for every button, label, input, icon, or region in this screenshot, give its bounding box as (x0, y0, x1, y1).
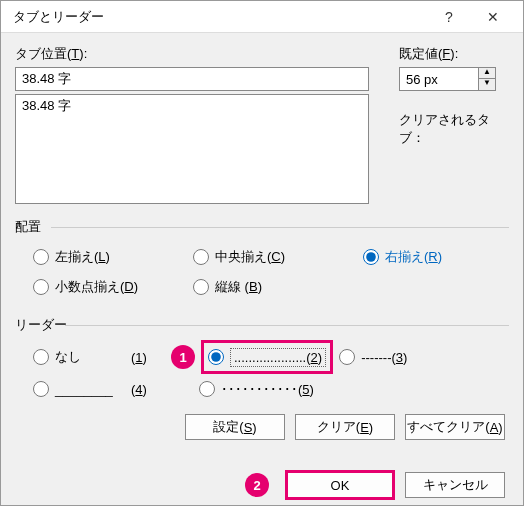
alignment-group-label: 配置 (15, 218, 509, 236)
default-spinner[interactable]: ▲▼ (479, 67, 496, 91)
leader-group-label: リーダー (15, 316, 509, 334)
set-button[interactable]: 設定(S) (185, 414, 285, 440)
default-input[interactable] (399, 67, 479, 91)
tab-position-input[interactable] (15, 67, 369, 91)
clear-button[interactable]: クリア(E) (295, 414, 395, 440)
leader-dots-label[interactable]: ....................(2) (230, 348, 326, 367)
leader-dots-radio[interactable] (208, 349, 224, 365)
leader-mid-label[interactable]: ･･･････････(5) (221, 382, 314, 397)
leader-under-num: (4) (131, 382, 147, 397)
align-right-label[interactable]: 右揃え(R) (385, 248, 442, 266)
align-center-label[interactable]: 中央揃え(C) (215, 248, 285, 266)
default-label: 既定値(F): (399, 45, 509, 63)
callout-1: 1 (171, 345, 195, 369)
align-decimal-label[interactable]: 小数点揃え(D) (55, 278, 138, 296)
highlight-leader-2: ....................(2) (201, 340, 333, 374)
tab-position-label: タブ位置(T): (15, 45, 369, 63)
leader-under-label[interactable]: ________ (55, 382, 113, 397)
cancel-button[interactable]: キャンセル (405, 472, 505, 498)
tab-position-list[interactable]: 38.48 字 (15, 94, 369, 204)
leader-under-radio[interactable] (33, 381, 49, 397)
leader-dashes-label[interactable]: -------(3) (361, 350, 407, 365)
clear-all-button[interactable]: すべてクリア(A) (405, 414, 505, 440)
leader-none-radio[interactable] (33, 349, 49, 365)
leader-mid-radio[interactable] (199, 381, 215, 397)
align-left-radio[interactable] (33, 249, 49, 265)
titlebar: タブとリーダー ? ✕ (1, 1, 523, 33)
leader-dashes-radio[interactable] (339, 349, 355, 365)
align-right-radio[interactable] (363, 249, 379, 265)
align-decimal-radio[interactable] (33, 279, 49, 295)
help-button[interactable]: ? (427, 2, 471, 32)
callout-2: 2 (245, 473, 269, 497)
align-center-radio[interactable] (193, 249, 209, 265)
close-button[interactable]: ✕ (471, 2, 515, 32)
dialog-window: タブとリーダー ? ✕ タブ位置(T): 38.48 字 既定値(F): (0, 0, 524, 506)
align-bar-radio[interactable] (193, 279, 209, 295)
window-title: タブとリーダー (9, 8, 427, 26)
list-item[interactable]: 38.48 字 (22, 97, 362, 115)
cleared-tabs-label: クリアされるタブ： (399, 111, 509, 147)
align-bar-label[interactable]: 縦線 (B) (215, 278, 262, 296)
align-left-label[interactable]: 左揃え(L) (55, 248, 110, 266)
ok-button[interactable]: OK (285, 470, 395, 500)
leader-none-label[interactable]: なし (55, 348, 81, 366)
leader-none-num: (1) (131, 350, 147, 365)
